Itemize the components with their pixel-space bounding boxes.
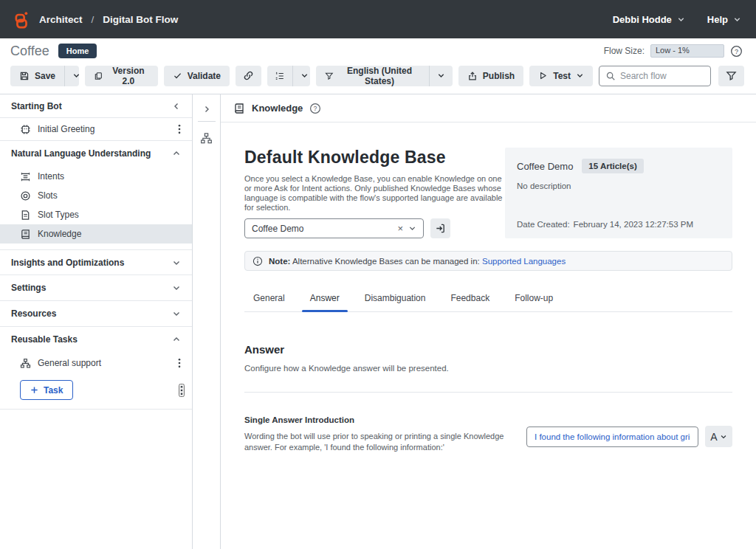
flow-toolbar: Save Version 2.0 Validate xyxy=(0,62,756,94)
info-card-description: No description xyxy=(517,182,721,190)
svg-text:?: ? xyxy=(314,105,317,112)
text-format-button[interactable]: A xyxy=(705,426,732,447)
knowledge-base-select[interactable]: Coffee Demo × xyxy=(244,218,424,238)
answer-section-description: Configure how a Knowledge answer will be… xyxy=(244,364,732,373)
chevron-down-icon xyxy=(172,258,181,267)
flow-title-bar: Coffee Home Flow Size: Low - 1% ? xyxy=(0,38,756,62)
task-menu-button[interactable] xyxy=(179,384,185,397)
search-icon xyxy=(605,71,616,81)
sidebar-item-slots[interactable]: Slots xyxy=(0,186,192,205)
info-card-name: Coffee Demo xyxy=(517,161,573,172)
expand-panel-button[interactable] xyxy=(199,102,214,117)
filter-icon xyxy=(726,70,737,81)
chevron-up-icon xyxy=(172,335,181,344)
tab-follow-up[interactable]: Follow-up xyxy=(502,286,566,311)
sidebar-item-slot-types[interactable]: Slot Types xyxy=(0,205,192,224)
link-button[interactable] xyxy=(236,66,261,86)
sidebar-item-intents[interactable]: Intents xyxy=(0,167,192,186)
open-knowledge-base-button[interactable] xyxy=(430,218,450,238)
chevron-down-icon xyxy=(720,433,727,441)
tab-feedback[interactable]: Feedback xyxy=(438,286,502,311)
ordered-list-button[interactable] xyxy=(267,66,292,86)
knowledge-icon xyxy=(20,229,31,240)
single-answer-introduction-input[interactable] xyxy=(526,427,698,447)
articles-count-badge: 15 Article(s) xyxy=(582,159,643,173)
single-answer-introduction-setting: Single Answer Introduction Wording the b… xyxy=(244,415,732,453)
save-button-group: Save xyxy=(10,66,79,86)
ordered-list-button-group xyxy=(267,66,310,86)
knowledge-base-info-card: Coffee Demo 15 Article(s) No description… xyxy=(505,148,732,238)
flow-type: Digital Bot Flow xyxy=(103,14,178,25)
svg-text:?: ? xyxy=(735,47,738,55)
help-menu[interactable]: Help xyxy=(707,14,741,25)
ordered-list-menu-button[interactable] xyxy=(292,66,310,86)
page-description: Once you select a Knowledge Base, you ca… xyxy=(244,174,504,213)
setting-description: Wording the bot will use prior to speaki… xyxy=(244,431,504,453)
genesys-logo-icon xyxy=(12,10,32,30)
sidebar-item-knowledge[interactable]: Knowledge xyxy=(0,224,192,244)
note-text: Alternative Knowledge Bases can be manag… xyxy=(292,257,480,266)
filter-icon xyxy=(325,71,334,81)
sidebar-section-starting-bot[interactable]: Starting Bot xyxy=(0,94,192,117)
knowledge-base-select-value: Coffee Demo xyxy=(252,224,303,234)
play-icon xyxy=(538,71,548,80)
flow-size-help-icon[interactable]: ? xyxy=(730,45,743,58)
slot-types-icon xyxy=(20,210,31,221)
general-support-menu-button[interactable] xyxy=(174,355,185,371)
tab-general[interactable]: General xyxy=(244,286,298,311)
version-button[interactable]: Version 2.0 xyxy=(85,66,158,86)
flow-name: Coffee xyxy=(10,44,49,59)
date-created-value: February 14, 2023 12:27:53 PM xyxy=(574,220,693,229)
tab-disambiguation[interactable]: Disambiguation xyxy=(352,286,439,311)
info-icon xyxy=(252,256,263,266)
task-flow-icon xyxy=(20,358,31,369)
supported-languages-link[interactable]: Supported Languages xyxy=(482,257,566,266)
link-icon xyxy=(243,70,254,81)
add-task-button[interactable]: Task xyxy=(20,380,73,400)
knowledge-help-icon[interactable]: ? xyxy=(309,103,321,114)
initial-greeting-menu-button[interactable] xyxy=(174,121,185,137)
knowledge-panel: Knowledge ? Default Knowledge Base Once … xyxy=(221,94,756,549)
panel-header: Knowledge ? xyxy=(221,94,756,122)
knowledge-content: Default Knowledge Base Once you select a… xyxy=(221,122,756,549)
save-menu-button[interactable] xyxy=(64,66,79,86)
architect-app: Architect / Digital Bot Flow Debbi Hodde… xyxy=(0,0,756,549)
test-button[interactable]: Test xyxy=(529,66,593,86)
check-icon xyxy=(173,71,182,80)
search-flow-input[interactable] xyxy=(620,71,704,81)
tab-answer[interactable]: Answer xyxy=(298,286,352,311)
sidebar-section-reusable-tasks[interactable]: Reusable Tasks xyxy=(0,327,192,352)
breadcrumb: Architect / Digital Bot Flow xyxy=(12,10,178,30)
language-menu-button[interactable] xyxy=(429,66,453,86)
clear-selection-icon[interactable]: × xyxy=(397,223,408,234)
sidebar-section-resources[interactable]: Resources xyxy=(0,301,192,326)
user-name: Debbi Hodde xyxy=(613,14,672,25)
user-menu[interactable]: Debbi Hodde xyxy=(613,14,685,25)
setting-label: Single Answer Introduction xyxy=(244,415,504,424)
save-button[interactable]: Save xyxy=(10,66,64,86)
sidebar-section-nlu[interactable]: Natural Language Understanding xyxy=(0,141,192,165)
sidebar-item-initial-greeting[interactable]: Initial Greeting xyxy=(0,118,174,140)
sidebar-item-general-support[interactable]: General support xyxy=(0,352,174,374)
publish-button[interactable]: Publish xyxy=(458,66,523,86)
help-label: Help xyxy=(707,14,728,25)
knowledge-tabs: General Answer Disambiguation Feedback F… xyxy=(244,286,732,312)
flow-map-button[interactable] xyxy=(197,129,216,148)
panel-title: Knowledge xyxy=(252,103,303,114)
flow-sidebar: Starting Bot Initial Greeting Natural La… xyxy=(0,94,193,549)
note-prefix: Note: xyxy=(269,257,290,266)
versions-icon xyxy=(94,71,103,81)
chevron-up-icon xyxy=(172,149,181,158)
chevron-down-icon xyxy=(172,309,181,318)
bot-icon xyxy=(20,124,31,135)
sidebar-section-insights[interactable]: Insights and Optimizations xyxy=(0,250,192,274)
section-divider xyxy=(244,392,732,393)
answer-section-title: Answer xyxy=(244,343,732,356)
validate-button[interactable]: Validate xyxy=(164,66,230,86)
chevron-right-icon xyxy=(202,105,211,114)
note-banner: Note: Alternative Knowledge Bases can be… xyxy=(244,251,732,271)
search-filter-button[interactable] xyxy=(718,66,744,86)
language-button[interactable]: English (United States) xyxy=(316,66,428,86)
sidebar-section-settings[interactable]: Settings xyxy=(0,275,192,300)
home-badge[interactable]: Home xyxy=(58,44,97,58)
